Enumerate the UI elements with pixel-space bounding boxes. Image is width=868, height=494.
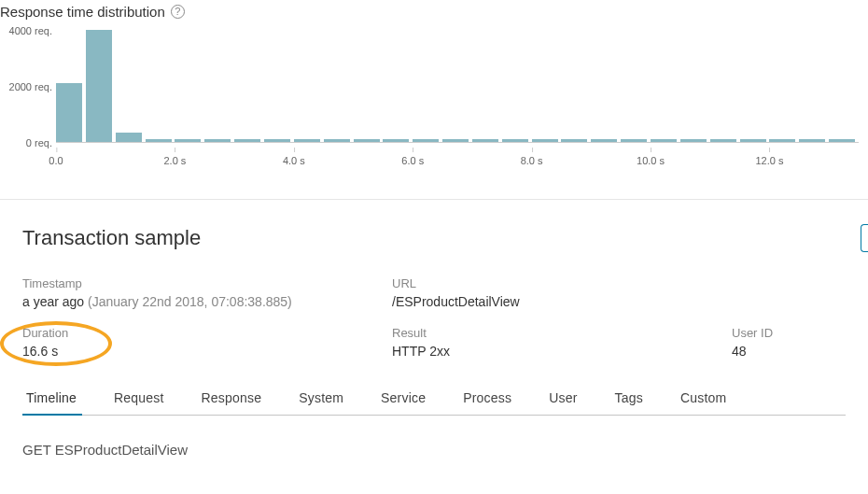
chart-bar[interactable] xyxy=(502,139,528,142)
tab-user[interactable]: User xyxy=(530,381,595,415)
x-tick: 12.0 s xyxy=(755,148,783,166)
timestamp-value: a year ago (January 22nd 2018, 07:08:38.… xyxy=(22,294,392,309)
chart-bar[interactable] xyxy=(799,139,825,142)
plot-area xyxy=(56,31,859,143)
chart-bar[interactable] xyxy=(651,139,677,142)
chart-bar[interactable] xyxy=(234,139,260,142)
chart-area: 0 req.2000 req.4000 req. 0.02.0 s4.0 s6.… xyxy=(56,31,859,171)
chart-bar[interactable] xyxy=(116,133,142,143)
y-axis: 0 req.2000 req.4000 req. xyxy=(0,31,52,143)
chart-bar[interactable] xyxy=(561,139,587,142)
chart-bar[interactable] xyxy=(354,139,380,142)
chart: 0 req.2000 req.4000 req. 0.02.0 s4.0 s6.… xyxy=(0,31,868,171)
chart-bar[interactable] xyxy=(86,30,112,142)
tab-custom[interactable]: Custom xyxy=(662,381,745,415)
chart-bar[interactable] xyxy=(591,139,617,142)
timestamp-label: Timestamp xyxy=(22,276,392,290)
duration-value: 16.6 s xyxy=(22,344,392,359)
timestamp-main: a year ago xyxy=(22,294,84,309)
field-result: Result HTTP 2xx xyxy=(392,326,732,359)
y-tick: 4000 req. xyxy=(9,25,52,36)
chart-bar[interactable] xyxy=(621,139,647,142)
tab-service[interactable]: Service xyxy=(362,381,444,415)
sample-heading: Transaction sample xyxy=(22,226,846,250)
result-label: Result xyxy=(392,326,732,340)
url-value: /ESProductDetailView xyxy=(392,294,732,309)
x-axis: 0.02.0 s4.0 s6.0 s8.0 s10.0 s12.0 s xyxy=(56,148,859,166)
sample-tabs: TimelineRequestResponseSystemServiceProc… xyxy=(22,381,846,416)
chart-bar[interactable] xyxy=(442,139,469,142)
chart-bar[interactable] xyxy=(264,139,290,142)
duration-label: Duration xyxy=(22,326,392,340)
chart-bar[interactable] xyxy=(680,139,707,142)
result-value: HTTP 2xx xyxy=(392,344,732,359)
tab-timeline[interactable]: Timeline xyxy=(22,381,95,415)
chart-bar[interactable] xyxy=(175,139,201,142)
url-label: URL xyxy=(392,276,732,290)
field-spacer xyxy=(732,276,844,309)
chart-bar[interactable] xyxy=(769,139,795,142)
x-tick: 8.0 s xyxy=(521,148,543,166)
chart-bar[interactable] xyxy=(294,139,320,142)
chart-bar[interactable] xyxy=(740,139,766,142)
timeline-entry-title: GET ESProductDetailView xyxy=(22,416,846,458)
tab-system[interactable]: System xyxy=(280,381,362,415)
y-tick: 2000 req. xyxy=(9,81,52,92)
tab-request[interactable]: Request xyxy=(95,381,183,415)
chart-bar[interactable] xyxy=(710,139,736,142)
chart-bar[interactable] xyxy=(829,139,855,142)
chart-bar[interactable] xyxy=(146,139,172,142)
x-tick: 4.0 s xyxy=(283,148,305,166)
x-tick: 10.0 s xyxy=(637,148,665,166)
transaction-sample: Transaction sample Timestamp a year ago … xyxy=(0,200,868,458)
tab-tags[interactable]: Tags xyxy=(596,381,662,415)
chart-title: Response time distribution xyxy=(0,4,165,20)
chart-title-row: Response time distribution ? xyxy=(0,0,868,31)
chart-bar[interactable] xyxy=(472,139,498,142)
field-duration: Duration 16.6 s xyxy=(22,326,392,359)
field-url: URL /ESProductDetailView xyxy=(392,276,732,309)
chart-bar[interactable] xyxy=(324,139,350,142)
userid-value: 48 xyxy=(732,344,844,359)
timestamp-sub: (January 22nd 2018, 07:08:38.885) xyxy=(88,294,292,309)
chart-bar[interactable] xyxy=(532,139,558,142)
tab-response[interactable]: Response xyxy=(183,381,281,415)
chart-bar[interactable] xyxy=(56,83,82,142)
userid-label: User ID xyxy=(732,326,844,340)
chart-bar[interactable] xyxy=(413,139,439,142)
tab-process[interactable]: Process xyxy=(444,381,530,415)
field-userid: User ID 48 xyxy=(732,326,844,359)
x-tick: 2.0 s xyxy=(163,148,186,166)
x-tick: 0.0 xyxy=(49,148,63,166)
help-icon[interactable]: ? xyxy=(171,5,185,19)
sample-fields: Timestamp a year ago (January 22nd 2018,… xyxy=(22,276,846,375)
chart-bar[interactable] xyxy=(383,139,409,142)
chart-bar[interactable] xyxy=(204,139,231,142)
x-tick: 6.0 s xyxy=(401,148,424,166)
sample-action-button[interactable] xyxy=(861,224,868,252)
field-timestamp: Timestamp a year ago (January 22nd 2018,… xyxy=(22,276,392,309)
